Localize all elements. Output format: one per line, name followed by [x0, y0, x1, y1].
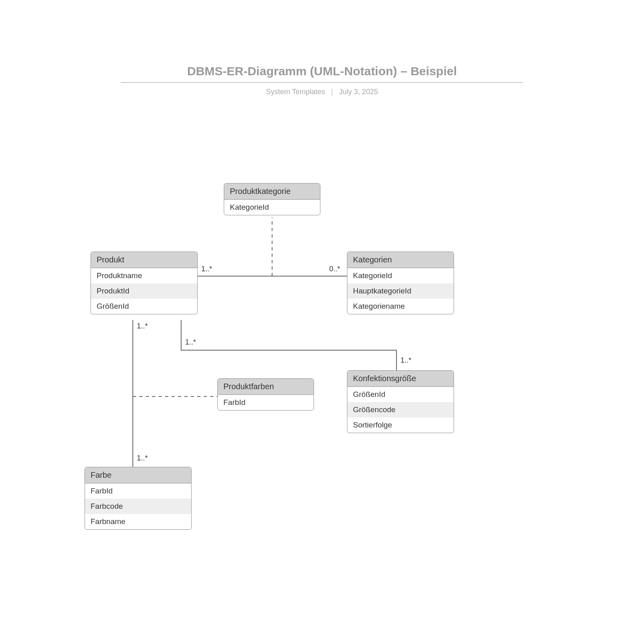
entity-produkt[interactable]: Produkt Produktname ProduktId GrößenId	[91, 252, 198, 314]
multiplicity-label: 0..*	[329, 265, 340, 273]
subtitle-separator: |	[331, 88, 333, 96]
multiplicity-label: 1..*	[137, 454, 148, 462]
multiplicity-label: 1..*	[185, 338, 196, 347]
multiplicity-label: 1..*	[400, 356, 411, 365]
subtitle-date: July 3, 2025	[339, 88, 378, 96]
entity-title: Konfektionsgröße	[347, 371, 454, 387]
subtitle-author: System Templates	[266, 88, 325, 96]
multiplicity-label: 1..*	[201, 265, 212, 273]
multiplicity-label: 1..*	[137, 322, 148, 330]
entity-attr: GrößenId	[91, 299, 197, 314]
entity-attr: Sortierfolge	[347, 417, 454, 433]
connections-layer	[0, 0, 644, 644]
entity-attr: FarbId	[85, 483, 191, 499]
entity-attr: Farbcode	[85, 499, 191, 514]
entity-title: Farbe	[85, 467, 191, 483]
entity-attr: KategorieId	[347, 268, 454, 283]
entity-attr: Größencode	[347, 402, 454, 417]
entity-title: Kategorien	[347, 252, 454, 268]
entity-konfektionsgroesse[interactable]: Konfektionsgröße GrößenId Größencode Sor…	[347, 370, 454, 433]
entity-attr: KategorieId	[224, 200, 320, 215]
entity-title: Produkt	[91, 252, 197, 268]
entity-attr: Farbname	[85, 514, 191, 529]
entity-title: Produktfarben	[218, 379, 314, 395]
entity-farbe[interactable]: Farbe FarbId Farbcode Farbname	[85, 467, 192, 530]
entity-kategorien[interactable]: Kategorien KategorieId HauptkategorieId …	[347, 252, 454, 314]
entity-attr: Produktname	[91, 268, 197, 283]
entity-attr: FarbId	[218, 395, 314, 410]
diagram-title: DBMS-ER-Diagramm (UML-Notation) – Beispi…	[121, 64, 523, 83]
diagram-subtitle: System Templates | July 3, 2025	[121, 88, 523, 96]
entity-attr: GrößenId	[347, 387, 454, 402]
entity-attr: ProduktId	[91, 283, 197, 299]
entity-produktkategorie[interactable]: Produktkategorie KategorieId	[224, 183, 320, 215]
entity-produktfarben[interactable]: Produktfarben FarbId	[217, 378, 314, 411]
entity-title: Produktkategorie	[224, 184, 320, 200]
diagram-header: DBMS-ER-Diagramm (UML-Notation) – Beispi…	[121, 64, 523, 96]
entity-attr: HauptkategorieId	[347, 283, 454, 299]
entity-attr: Kategoriename	[347, 299, 454, 314]
